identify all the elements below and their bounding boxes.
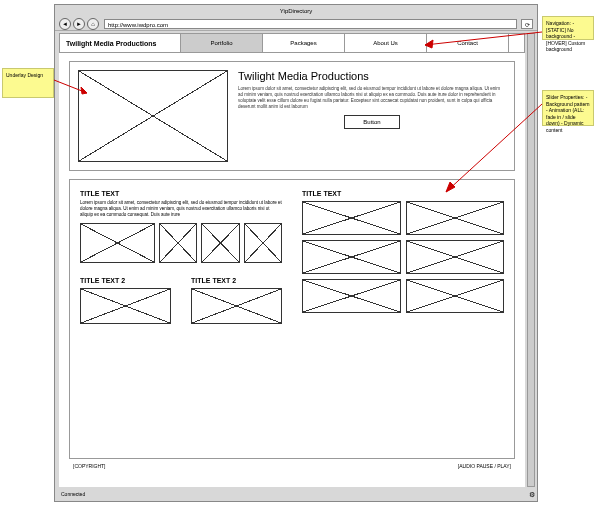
image-placeholder [302,240,401,274]
section-body: Lorem ipsum dolor sit amet, consectetur … [80,200,282,218]
back-icon[interactable]: ◄ [59,18,71,30]
image-placeholder [406,279,505,313]
section-title: TITLE TEXT 2 [191,277,282,284]
image-placeholder [191,288,282,324]
nav-about[interactable]: About Us [344,34,426,52]
image-placeholder [80,288,171,324]
hero-title: Twilight Media Productions [238,70,506,82]
image-placeholder [159,223,197,263]
browser-toolbar: ◄ ► ⌂ http://www.iwdpro.com ⟳ [55,17,537,31]
svg-marker-1 [81,87,87,94]
reload-icon[interactable]: ⟳ [521,19,533,29]
arrow-annotation [420,30,550,60]
site-logo: Twilight Media Productions [60,34,180,52]
status-text: Connected [61,489,85,499]
hero-image-placeholder [78,70,228,162]
arrow-annotation [32,68,92,98]
image-placeholder [244,223,282,263]
hero-button[interactable]: Button [344,115,399,129]
content-area: TITLE TEXT Lorem ipsum dolor sit amet, c… [69,179,515,459]
copyright-text: [COPYRIGHT] [73,463,106,469]
audio-control[interactable]: [AUDIO PAUSE / PLAY] [458,463,511,469]
nav-portfolio[interactable]: Portfolio [180,34,262,52]
forward-icon[interactable]: ► [73,18,85,30]
image-placeholder [406,240,505,274]
svg-marker-3 [425,40,433,48]
site-footer: [COPYRIGHT] [AUDIO PAUSE / PLAY] [73,463,511,469]
image-placeholder [80,223,155,263]
svg-line-4 [446,104,542,192]
image-placeholder [406,201,505,235]
image-placeholder [302,201,401,235]
arrow-annotation [440,100,550,200]
window-title: YipDirectory [55,5,537,17]
left-column: TITLE TEXT Lorem ipsum dolor sit amet, c… [80,190,282,448]
nav-packages[interactable]: Packages [262,34,344,52]
home-icon[interactable]: ⌂ [87,18,99,30]
browser-window: YipDirectory ◄ ► ⌂ http://www.iwdpro.com… [54,4,538,502]
url-input[interactable]: http://www.iwdpro.com [104,19,517,29]
section-title: TITLE TEXT [80,190,282,197]
svg-marker-5 [446,182,455,192]
right-column: TITLE TEXT [302,190,504,448]
image-placeholder [302,279,401,313]
status-bar: Connected [59,489,533,499]
image-placeholder [201,223,239,263]
svg-line-2 [425,32,542,45]
gear-icon[interactable]: ⚙ [529,491,535,499]
section-title: TITLE TEXT 2 [80,277,171,284]
